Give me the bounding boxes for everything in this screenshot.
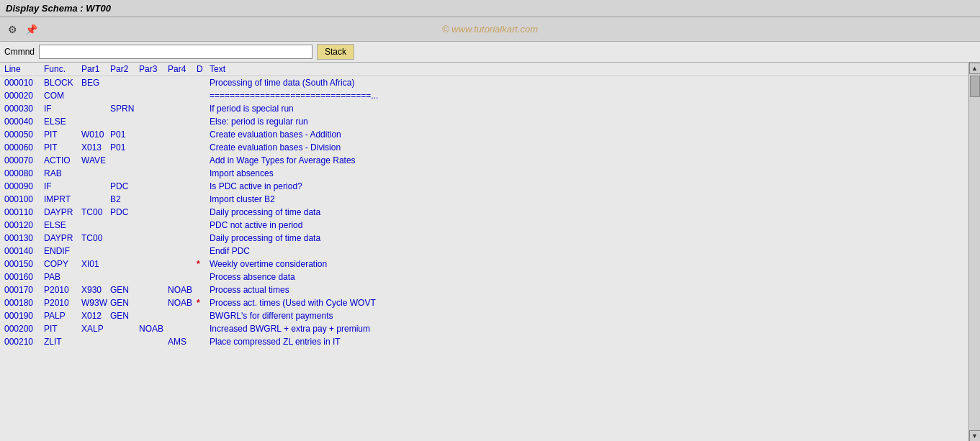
table-row[interactable]: 000180 P2010 W93W GEN NOAB * Process act…: [0, 296, 968, 309]
cell-line: 000070: [4, 155, 44, 165]
cell-par2: PDC: [110, 181, 139, 191]
cell-text: Import absences: [210, 168, 968, 178]
cell-func: IMPRT: [44, 194, 81, 204]
table-row[interactable]: 000010 BLOCK BEG Processing of time data…: [0, 76, 968, 89]
table-row[interactable]: 000120 ELSE PDC not active in period: [0, 219, 968, 232]
stack-button[interactable]: Stack: [317, 44, 354, 60]
cell-par1: W93W: [81, 298, 110, 308]
cell-text: Increased BWGRL + extra pay + premium: [210, 324, 968, 334]
cell-func: ELSE: [44, 117, 81, 127]
col-header-par3: Par3: [139, 64, 168, 74]
cell-par2: GEN: [110, 285, 139, 295]
table-row[interactable]: 000090 IF PDC Is PDC active in period?: [0, 180, 968, 193]
cell-text: Place compressed ZL entries in IT: [210, 337, 968, 347]
cell-par3: NOAB: [139, 324, 168, 334]
col-header-text: Text: [210, 64, 968, 74]
cell-text: Process act. times (Used with Cycle WOVT: [210, 298, 968, 308]
cell-func: PAB: [44, 272, 81, 282]
cell-line: 000050: [4, 129, 44, 140]
cell-text: Create evaluation bases - Addition: [210, 129, 968, 140]
table-row[interactable]: 000070 ACTIO WAVE Add in Wage Types for …: [0, 154, 968, 167]
cell-par2: GEN: [110, 298, 139, 308]
cell-line: 000020: [4, 91, 44, 101]
table-row[interactable]: 000190 PALP X012 GEN BWGRL's for differe…: [0, 309, 968, 322]
cell-func: ZLIT: [44, 337, 81, 347]
cell-line: 000160: [4, 272, 44, 282]
cell-func: PIT: [44, 324, 81, 334]
table-row[interactable]: 000160 PAB Process absence data: [0, 270, 968, 283]
table-row[interactable]: 000080 RAB Import absences: [0, 167, 968, 180]
cell-func: IF: [44, 104, 81, 114]
cell-text: PDC not active in period: [210, 220, 968, 230]
cell-line: 000060: [4, 142, 44, 153]
table-row[interactable]: 000050 PIT W010 P01 Create evaluation ba…: [0, 128, 968, 141]
table-row[interactable]: 000100 IMPRT B2 Import cluster B2: [0, 193, 968, 206]
cell-text: BWGRL's for different payments: [210, 311, 968, 321]
cell-func: IF: [44, 181, 81, 191]
cell-par2: P01: [110, 129, 139, 140]
cell-text: Add in Wage Types for Average Rates: [210, 155, 968, 165]
scroll-thumb[interactable]: [970, 76, 980, 97]
pin-icon[interactable]: 📌: [24, 23, 37, 36]
cell-par2: GEN: [110, 311, 139, 321]
table-row[interactable]: 000170 P2010 X930 GEN NOAB Process actua…: [0, 283, 968, 296]
cell-par1: BEG: [81, 78, 110, 88]
cell-func: DAYPR: [44, 233, 81, 243]
cell-text: Import cluster B2: [210, 194, 968, 204]
cell-d: *: [197, 298, 210, 308]
table-row[interactable]: 000040 ELSE Else: period is regular run: [0, 115, 968, 128]
cell-text: Weekly overtime consideration: [210, 259, 968, 269]
cell-par2: B2: [110, 194, 139, 204]
title-text: Display Schema : WT00: [6, 3, 111, 14]
command-label: Cmmnd: [4, 47, 35, 57]
table-row[interactable]: 000060 PIT X013 P01 Create evaluation ba…: [0, 141, 968, 154]
cell-text: Process actual times: [210, 285, 968, 295]
cell-line: 000030: [4, 104, 44, 114]
cell-func: PIT: [44, 129, 81, 140]
col-header-d: D: [197, 64, 210, 74]
cell-text: Create evaluation bases - Division: [210, 142, 968, 153]
cell-text: Processing of time data (South Africa): [210, 78, 968, 88]
cell-text: Endif PDC: [210, 246, 968, 256]
cell-line: 000010: [4, 78, 44, 88]
cell-line: 000130: [4, 233, 44, 243]
col-header-func: Func.: [44, 64, 81, 74]
cell-func: BLOCK: [44, 78, 81, 88]
cell-text: ================================...: [210, 91, 968, 101]
main-container: Line Func. Par1 Par2 Par3 Par4 D Text 00…: [0, 63, 980, 441]
col-header-par4: Par4: [168, 64, 197, 74]
cell-line: 000210: [4, 337, 44, 347]
scroll-down-arrow[interactable]: ▼: [969, 430, 981, 441]
cell-func: ELSE: [44, 220, 81, 230]
command-input[interactable]: [39, 45, 313, 59]
table-row[interactable]: 000200 PIT XALP NOAB Increased BWGRL + e…: [0, 322, 968, 335]
watermark: © www.tutorialkart.com: [442, 24, 538, 35]
cell-line: 000120: [4, 220, 44, 230]
command-bar: Cmmnd Stack: [0, 42, 980, 63]
cell-text: Process absence data: [210, 272, 968, 282]
cell-func: PIT: [44, 142, 81, 153]
cell-func: ACTIO: [44, 155, 81, 165]
cell-func: COM: [44, 91, 81, 101]
scroll-up-arrow[interactable]: ▲: [969, 63, 981, 74]
cell-text: Is PDC active in period?: [210, 181, 968, 191]
cell-par4: AMS: [168, 337, 197, 347]
table-row[interactable]: 000150 COPY XI01 * Weekly overtime consi…: [0, 258, 968, 270]
table-row[interactable]: 000030 IF SPRN If period is special run: [0, 102, 968, 115]
cell-line: 000190: [4, 311, 44, 321]
settings-icon[interactable]: ⚙: [6, 23, 19, 36]
table-row[interactable]: 000210 ZLIT AMS Place compressed ZL entr…: [0, 335, 968, 348]
cell-line: 000140: [4, 246, 44, 256]
toolbar: ⚙ 📌 © www.tutorialkart.com: [0, 17, 980, 42]
cell-par1: W010: [81, 129, 110, 140]
column-headers: Line Func. Par1 Par2 Par3 Par4 D Text: [0, 63, 968, 76]
cell-par2: P01: [110, 142, 139, 153]
cell-par1: TC00: [81, 207, 110, 217]
cell-par1: X930: [81, 285, 110, 295]
table-row[interactable]: 000020 COM =============================…: [0, 89, 968, 102]
table-row[interactable]: 000140 ENDIF Endif PDC: [0, 245, 968, 258]
cell-func: ENDIF: [44, 246, 81, 256]
table-row[interactable]: 000130 DAYPR TC00 Daily processing of ti…: [0, 232, 968, 245]
table-row[interactable]: 000110 DAYPR TC00 PDC Daily processing o…: [0, 206, 968, 219]
right-scrollbar[interactable]: ▲ ▼: [968, 63, 980, 441]
